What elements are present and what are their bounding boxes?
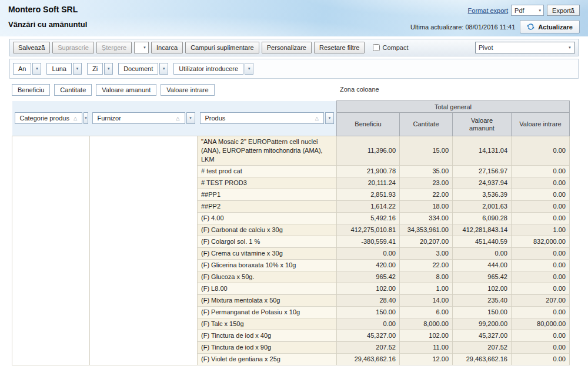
field-label: An [13, 63, 31, 75]
cell-produs: (F) Colargol sol. 1 % [198, 236, 337, 248]
cell-value: 1.00 [512, 224, 570, 236]
measure-button-beneficiu[interactable]: Beneficiu [12, 84, 50, 96]
cell-value: 34,353,961.00 [400, 224, 453, 236]
filter-fields: An▼Luna▼Zi▼Document▼Utilizator introduce… [9, 59, 579, 79]
view-mode-select[interactable]: Pivot ▼ [475, 42, 575, 53]
filter-dropdown-icon[interactable]: ▼ [325, 112, 334, 124]
filter-dropdown-icon[interactable]: ▼ [83, 112, 88, 124]
cell-value: 20,207.00 [400, 236, 453, 248]
pivot-table: Categorie produs△▼ Furnizor△▼ Produs△▼ T… [12, 100, 570, 365]
pivot-area: BeneficiuCantitateValoare amanuntValoare… [12, 82, 569, 365]
company-name: Montero Soft SRL [8, 5, 87, 14]
column-header-cantitate: Cantitate [400, 113, 453, 136]
cell-value: 14.00 [400, 295, 453, 307]
measure-button-cantitate[interactable]: Cantitate [54, 84, 92, 96]
update-row: Ultima actualizare: 08/01/2016 11:41 Act… [410, 20, 580, 33]
field-button-furnizor[interactable]: Furnizor△▼ [92, 112, 195, 124]
filter-dropdown-icon[interactable]: ▼ [245, 63, 253, 75]
cell-value: 5,492.16 [337, 213, 400, 224]
reset-filters-button[interactable]: Resetare filtre [314, 42, 365, 53]
save-button[interactable]: Salvează [13, 42, 50, 53]
export-button[interactable]: Exportă [547, 5, 580, 16]
refresh-button[interactable]: Actualizare [520, 20, 580, 33]
cell-value: 0.00 [512, 213, 570, 224]
table-row: "ANA Mosaic 2" EUROPattern cell nuclei (… [12, 136, 570, 166]
cell-value: 8,000.00 [400, 318, 453, 330]
cell-value: 29,463,662.16 [337, 354, 400, 365]
filter-dropdown-icon[interactable]: ▼ [186, 112, 195, 124]
cell-value: 22.00 [400, 189, 453, 201]
furnizor-column-area [90, 136, 198, 365]
total-general-header: Total general [337, 101, 570, 113]
cell-value: 965.42 [453, 271, 512, 283]
row-field-header-furnizor: Furnizor△▼ [90, 101, 198, 136]
overwrite-button[interactable]: Suprascrie [52, 42, 94, 53]
compact-checkbox[interactable] [373, 44, 380, 51]
cell-value: 1.00 [400, 283, 453, 295]
measure-button-valoare-amanunt[interactable]: Valoare amanunt [96, 84, 156, 96]
personalize-button[interactable]: Personalizare [262, 42, 312, 53]
pivot-body: "ANA Mosaic 2" EUROPattern cell nuclei (… [12, 136, 570, 365]
cell-value: 150.00 [337, 307, 400, 318]
filter-dropdown-icon[interactable]: ▼ [104, 63, 113, 75]
cell-value: 28.40 [337, 295, 400, 307]
cell-produs: (F) Glucoza x 50g. [198, 271, 337, 283]
cell-produs: (F) Violet de gentiana x 25g [198, 354, 337, 365]
cell-value: 451,440.59 [453, 236, 512, 248]
cell-value: 0.00 [512, 201, 570, 213]
filter-dropdown-icon[interactable]: ▼ [159, 63, 168, 75]
last-update-text: Ultima actualizare: 08/01/2016 11:41 [410, 23, 515, 31]
cell-value: -380,559.41 [337, 236, 400, 248]
field-button-document[interactable]: Document▼ [118, 63, 168, 75]
field-button-produs[interactable]: Produs△▼ [200, 112, 335, 124]
sort-asc-icon: △ [74, 116, 77, 121]
field-button-an[interactable]: An▼ [13, 63, 41, 75]
cell-produs: (F) Glicerina boraxata 10% x 10g [198, 260, 337, 271]
cell-value: 0.00 [512, 330, 570, 342]
cell-produs: ##PP1 [198, 189, 337, 201]
field-label: Furnizor△ [92, 112, 185, 124]
cell-value: 0.00 [512, 260, 570, 271]
cell-value: 150.00 [453, 307, 512, 318]
format-export-link[interactable]: Format export [468, 7, 508, 14]
cell-produs: (F) Talc x 150g [198, 318, 337, 330]
cell-value: 102.00 [400, 330, 453, 342]
field-button-zi[interactable]: Zi▼ [87, 63, 113, 75]
cell-value: 0.00 [453, 248, 512, 260]
load-button[interactable]: Incarca [151, 42, 183, 53]
field-label: Utilizator introducere [173, 63, 243, 75]
cell-value: 24,937.94 [453, 177, 512, 189]
cell-value: 0.00 [512, 177, 570, 189]
delete-button[interactable]: Ștergere [96, 42, 132, 53]
field-button-categorie-produs[interactable]: Categorie produs△▼ [15, 112, 88, 124]
filter-dropdown-icon[interactable]: ▼ [32, 63, 41, 75]
saved-view-select[interactable]: ▼ [134, 42, 149, 53]
refresh-label: Actualizare [538, 23, 573, 31]
extra-fields-button[interactable]: Campuri suplimentare [185, 42, 259, 53]
compact-group: Compact [373, 44, 408, 51]
field-button-luna[interactable]: Luna▼ [46, 63, 81, 75]
app-window: Montero Soft SRL Vânzări cu amănuntul Fo… [0, 0, 588, 366]
filter-dropdown-icon[interactable]: ▼ [73, 63, 82, 75]
cell-value: 2,851.93 [337, 189, 400, 201]
header-banner: Montero Soft SRL Vânzări cu amănuntul Fo… [0, 0, 588, 36]
sort-asc-icon: △ [176, 116, 179, 121]
cell-value: 0.00 [512, 271, 570, 283]
cell-value: 0.00 [512, 136, 570, 166]
cell-produs: "ANA Mosaic 2" EUROPattern cell nuclei (… [198, 136, 337, 166]
cell-produs: ##PP2 [198, 201, 337, 213]
measure-button-valoare-intrare[interactable]: Valoare intrare [161, 84, 214, 96]
cell-value: 6,090.28 [453, 213, 512, 224]
cell-produs: (F) L8.00 [198, 283, 337, 295]
cell-value: 0.00 [337, 248, 400, 260]
cell-value: 334.00 [400, 213, 453, 224]
field-label: Zi [87, 63, 103, 75]
export-format-select[interactable]: Pdf ▼ [511, 5, 544, 16]
cell-value: 412,275,010.81 [337, 224, 400, 236]
field-button-utilizator-introducere[interactable]: Utilizator introducere▼ [173, 63, 253, 75]
cell-value: 29,463,662.16 [453, 354, 512, 365]
cell-value: 0.00 [512, 189, 570, 201]
column-header-beneficiu: Beneficiu [337, 113, 400, 136]
field-label: Categorie produs△ [15, 112, 83, 124]
chevron-down-icon: ▼ [538, 9, 542, 12]
